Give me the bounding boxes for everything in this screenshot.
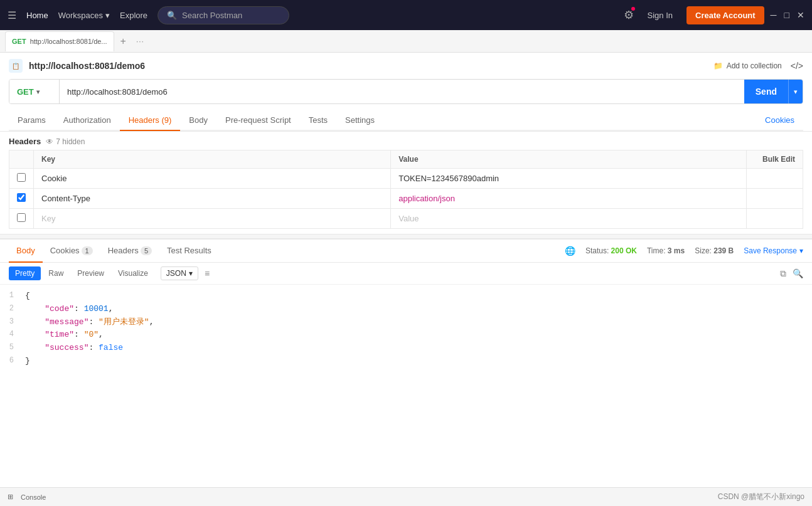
resp-tab-cookies[interactable]: Cookies1 — [43, 240, 100, 263]
send-btn-group: Send ▾ — [744, 80, 803, 103]
empty-checkbox[interactable] — [17, 213, 26, 222]
response-panel: Body Cookies1 Headers5 Test Results 🌐 St… — [0, 239, 812, 373]
json-line-3: 3 "message": "用户未登录", — [0, 316, 803, 329]
nav-workspaces[interactable]: Workspaces ▾ — [58, 11, 110, 20]
search-bar[interactable]: 🔍 Search Postman — [158, 6, 289, 24]
tab-item[interactable]: GET http://localhost:8081/de... — [5, 31, 114, 51]
method-label: GET — [17, 87, 34, 97]
format-bar: Pretty Raw Preview Visualize JSON ▾ ≡ ⧉ … — [0, 263, 812, 285]
maximize-button[interactable]: □ — [784, 10, 789, 20]
row1-checkbox-cell — [9, 169, 34, 189]
tab-method: GET — [12, 38, 26, 45]
row1-key: Cookie — [34, 169, 391, 189]
row2-checkbox[interactable] — [17, 193, 26, 202]
url-input[interactable] — [60, 80, 744, 103]
row2-key: Content-Type — [34, 189, 391, 209]
json-lines: 1 { 2 "code": 10001, 3 "message": "用户未登录… — [0, 290, 803, 368]
search-json-icon[interactable]: 🔍 — [793, 268, 803, 278]
code-icon[interactable]: </> — [791, 61, 803, 71]
globe-icon: 🌐 — [565, 246, 575, 256]
fmt-tab-preview[interactable]: Preview — [71, 266, 110, 280]
hamburger-icon[interactable]: ☰ — [8, 9, 16, 21]
response-tabs-row: Body Cookies1 Headers5 Test Results 🌐 St… — [0, 240, 812, 263]
window-controls: ─ □ ✕ — [771, 10, 804, 20]
headers-label-row: Headers 👁 7 hidden — [9, 137, 803, 146]
bottom-bar: ⊞ Console CSDN @腊笔不小新xingo — [0, 487, 812, 506]
table-row: Cookie TOKEN=1234567890admin — [9, 169, 803, 189]
tab-tests[interactable]: Tests — [300, 110, 336, 131]
fmt-tab-pretty[interactable]: Pretty — [9, 266, 41, 280]
empty-value-cell: Value — [391, 209, 747, 229]
method-select[interactable]: GET ▾ — [9, 80, 60, 103]
json-line-4: 4 "time": "0", — [0, 329, 803, 342]
row1-value: TOKEN=1234567890admin — [391, 169, 747, 189]
fmt-tab-raw[interactable]: Raw — [42, 266, 70, 280]
console-label[interactable]: Console — [21, 493, 46, 501]
resp-tab-body[interactable]: Body — [9, 240, 43, 263]
layout-icon[interactable]: ⊞ — [8, 493, 13, 501]
send-button[interactable]: Send — [744, 80, 788, 103]
settings-icon[interactable]: ⚙ — [624, 8, 634, 22]
tab-url: http://localhost:8081/de... — [30, 38, 107, 45]
json-body: 1 { 2 "code": 10001, 3 "message": "用户未登录… — [0, 285, 812, 373]
time-value: 3 ms — [668, 246, 685, 255]
resp-tab-test-results[interactable]: Test Results — [159, 240, 219, 263]
tab-headers[interactable]: Headers (9) — [120, 110, 181, 131]
nav-home[interactable]: Home — [26, 11, 48, 20]
empty-checkbox-cell — [9, 209, 34, 229]
headers-table: Key Value Bulk Edit Cookie TOKEN=1234567… — [9, 150, 803, 229]
panel-divider — [0, 234, 812, 239]
eye-icon: 👁 — [46, 137, 53, 146]
tab-body[interactable]: Body — [180, 110, 216, 131]
row2-value: application/json — [391, 189, 747, 209]
format-select[interactable]: JSON ▾ — [161, 266, 198, 280]
url-bar: GET ▾ Send ▾ — [9, 79, 803, 104]
status-value: 200 OK — [611, 246, 637, 255]
tab-add-button[interactable]: + — [117, 36, 130, 47]
titlebar-left: ☰ Home Workspaces ▾ Explore 🔍 Search Pos… — [8, 6, 614, 24]
response-status-row: 🌐 Status: 200 OK Time: 3 ms Size: 239 B … — [565, 246, 803, 256]
nav-explore[interactable]: Explore — [120, 11, 147, 20]
headers-label: Headers — [9, 137, 41, 146]
notification-dot — [631, 7, 635, 11]
json-line-2: 2 "code": 10001, — [0, 303, 803, 316]
wrap-lines-icon[interactable]: ≡ — [205, 268, 210, 278]
format-chevron-icon: ▾ — [189, 269, 193, 278]
add-to-collection-button[interactable]: 📁 Add to collection — [713, 61, 782, 70]
format-json-label: JSON — [166, 269, 186, 278]
request-title-left: 📋 http://localhost:8081/demo6 — [9, 59, 145, 73]
sign-in-button[interactable]: Sign In — [640, 7, 680, 24]
tab-prerequest[interactable]: Pre-request Script — [216, 110, 300, 131]
fmt-tab-visualize[interactable]: Visualize — [112, 266, 154, 280]
tab-more-button[interactable]: ··· — [132, 37, 148, 46]
row1-bulk — [747, 169, 803, 189]
request-title-row: 📋 http://localhost:8081/demo6 📁 Add to c… — [9, 59, 803, 73]
close-button[interactable]: ✕ — [797, 10, 804, 20]
search-icon: 🔍 — [167, 11, 177, 20]
json-line-1: 1 { — [0, 290, 803, 303]
json-line-6: 6 } — [0, 355, 803, 368]
send-dropdown-icon[interactable]: ▾ — [788, 80, 803, 103]
create-account-button[interactable]: Create Account — [686, 6, 764, 24]
row2-checkbox-cell — [9, 189, 34, 209]
titlebar-right: ⚙ Sign In Create Account ─ □ ✕ — [624, 6, 804, 24]
tab-authorization[interactable]: Authorization — [55, 110, 120, 131]
size-label: Size: 239 B — [695, 246, 734, 255]
col-bulk-header[interactable]: Bulk Edit — [747, 150, 803, 169]
copy-icon[interactable]: ⧉ — [780, 268, 786, 279]
request-url-title: http://localhost:8081/demo6 — [29, 61, 145, 71]
empty-bulk-cell — [747, 209, 803, 229]
tabbar: GET http://localhost:8081/de... + ··· — [0, 30, 812, 53]
table-row: Content-Type application/json — [9, 189, 803, 209]
minimize-button[interactable]: ─ — [771, 10, 777, 20]
row2-bulk — [747, 189, 803, 209]
row1-checkbox[interactable] — [17, 173, 26, 182]
tab-params[interactable]: Params — [9, 110, 55, 131]
col-key-header: Key — [34, 150, 391, 169]
titlebar: ☰ Home Workspaces ▾ Explore 🔍 Search Pos… — [0, 0, 812, 30]
cookies-link[interactable]: Cookies — [756, 110, 803, 130]
tab-settings[interactable]: Settings — [336, 110, 383, 131]
request-icon: 📋 — [9, 59, 23, 73]
save-response-button[interactable]: Save Response ▾ — [744, 246, 803, 255]
resp-tab-headers[interactable]: Headers5 — [100, 240, 159, 263]
